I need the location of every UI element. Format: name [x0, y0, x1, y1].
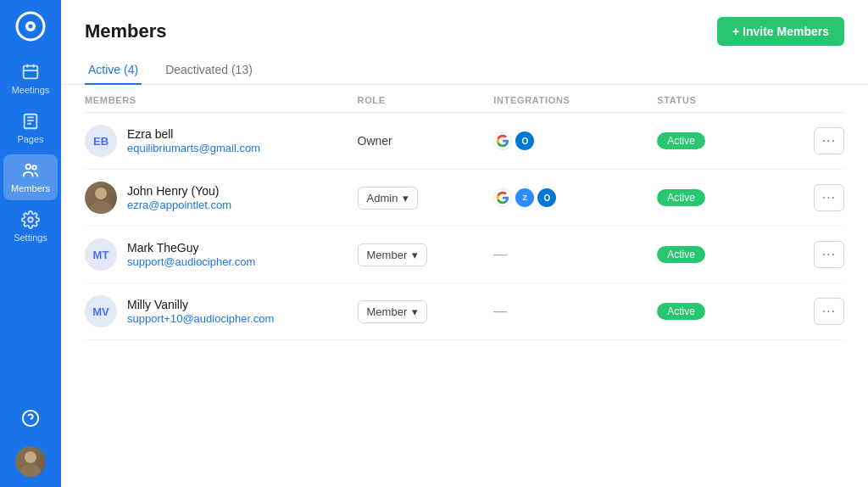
- integrations-cell-mark: —: [493, 247, 657, 262]
- tabs-container: Active (4) Deactivated (13): [61, 56, 868, 85]
- svg-point-2: [29, 25, 33, 29]
- actions-cell-milly: ···: [793, 298, 844, 325]
- role-cell-ezra: Owner: [358, 134, 494, 148]
- integrations-cell-milly: —: [493, 304, 657, 319]
- member-role-dropdown-mark[interactable]: Member ▾: [358, 244, 428, 266]
- sidebar-item-pages[interactable]: Pages: [3, 105, 58, 151]
- members-icon: [21, 161, 40, 180]
- svg-point-7: [28, 217, 33, 222]
- sidebar: Meetings Pages Members Settings: [0, 0, 61, 487]
- admin-role-label: Admin: [367, 192, 398, 204]
- more-button-mark[interactable]: ···: [814, 241, 844, 268]
- status-cell-mark: Active: [657, 246, 793, 263]
- avatar-mark: MT: [85, 238, 117, 271]
- member-cell-john: John Henry (You) ezra@appointlet.com: [85, 182, 358, 214]
- table-row: MT Mark TheGuy support@audiocipher.com M…: [85, 227, 844, 283]
- members-table: MEMBERS ROLE INTEGRATIONS STATUS EB Ezra…: [61, 85, 868, 487]
- admin-role-dropdown[interactable]: Admin ▾: [358, 187, 419, 210]
- pages-label: Pages: [17, 134, 43, 144]
- svg-point-12: [90, 201, 112, 214]
- status-badge-milly: Active: [657, 303, 705, 320]
- col-header-actions: [793, 95, 844, 105]
- status-cell-milly: Active: [657, 303, 793, 320]
- sidebar-bottom: [3, 402, 58, 477]
- col-header-members: MEMBERS: [85, 95, 358, 105]
- sidebar-item-meetings[interactable]: Meetings: [3, 56, 58, 102]
- member-role-dropdown-milly[interactable]: Member ▾: [358, 300, 428, 323]
- dropdown-arrow-icon: ▾: [412, 305, 418, 318]
- role-cell-milly: Member ▾: [358, 300, 494, 323]
- member-info-ezra: Ezra bell equilibriumarts@gmail.com: [127, 127, 260, 154]
- avatar-initials: MT: [93, 249, 109, 261]
- app-logo[interactable]: [14, 10, 47, 42]
- avatar-initials: EB: [93, 135, 108, 148]
- member-email-ezra[interactable]: equilibriumarts@gmail.com: [127, 142, 260, 154]
- role-cell-john: Admin ▾: [358, 187, 494, 210]
- svg-rect-3: [24, 66, 38, 79]
- col-header-role: ROLE: [358, 95, 494, 105]
- avatar-initials: MV: [92, 305, 109, 318]
- members-label: Members: [11, 183, 50, 193]
- member-role-label: Member: [367, 249, 408, 261]
- page-title: Members: [85, 20, 167, 42]
- more-button-milly[interactable]: ···: [814, 298, 844, 325]
- member-info-john: John Henry (You) ezra@appointlet.com: [127, 184, 231, 211]
- settings-icon: [21, 210, 40, 229]
- avatar-john: [85, 182, 117, 214]
- actions-cell-john: ···: [793, 184, 844, 211]
- role-cell-mark: Member ▾: [358, 244, 494, 266]
- table-row: John Henry (You) ezra@appointlet.com Adm…: [85, 170, 844, 227]
- more-button-john[interactable]: ···: [814, 184, 844, 211]
- status-badge-john: Active: [657, 189, 705, 206]
- avatar-ezra: EB: [85, 125, 117, 157]
- google-integration-icon: [493, 132, 512, 150]
- meetings-label: Meetings: [12, 85, 50, 95]
- member-name-milly: Milly Vanilly: [127, 298, 274, 311]
- page-header: Members + Invite Members: [61, 0, 868, 56]
- status-cell-ezra: Active: [657, 132, 793, 149]
- table-row: EB Ezra bell equilibriumarts@gmail.com O…: [85, 113, 844, 170]
- member-cell-milly: MV Milly Vanilly support+10@audiocipher.…: [85, 295, 358, 327]
- dropdown-arrow-icon: ▾: [412, 249, 418, 261]
- invite-members-button[interactable]: + Invite Members: [717, 17, 844, 46]
- member-info-mark: Mark TheGuy support@audiocipher.com: [127, 241, 255, 268]
- svg-point-11: [95, 188, 107, 199]
- member-cell-mark: MT Mark TheGuy support@audiocipher.com: [85, 238, 358, 271]
- svg-point-5: [26, 165, 31, 170]
- member-role-label: Member: [367, 305, 408, 318]
- user-avatar[interactable]: [15, 446, 46, 477]
- status-badge-mark: Active: [657, 246, 705, 263]
- tab-deactivated[interactable]: Deactivated (13): [162, 56, 256, 85]
- meetings-icon: [21, 63, 40, 81]
- member-info-milly: Milly Vanilly support+10@audiocipher.com: [127, 298, 274, 325]
- member-name-john: John Henry (You): [127, 184, 231, 198]
- actions-cell-ezra: ···: [793, 127, 844, 154]
- member-email-milly[interactable]: support+10@audiocipher.com: [127, 312, 274, 325]
- google-integration-icon: [493, 188, 512, 207]
- zoom-integration-icon: Z: [515, 188, 534, 207]
- sidebar-item-members[interactable]: Members: [3, 154, 58, 200]
- actions-cell-mark: ···: [793, 241, 844, 268]
- status-badge-ezra: Active: [657, 132, 705, 149]
- status-cell-john: Active: [657, 189, 793, 206]
- help-icon: [21, 409, 40, 428]
- avatar-milly: MV: [85, 295, 117, 327]
- help-button[interactable]: [3, 402, 58, 434]
- main-content: Members + Invite Members Active (4) Deac…: [61, 0, 868, 487]
- table-header: MEMBERS ROLE INTEGRATIONS STATUS: [85, 85, 844, 113]
- pages-icon: [21, 112, 40, 131]
- svg-point-6: [32, 165, 36, 170]
- integrations-cell-john: Z O: [493, 188, 657, 207]
- outlook-integration-icon: O: [515, 132, 534, 150]
- col-header-status: STATUS: [657, 95, 793, 105]
- member-cell-ezra: EB Ezra bell equilibriumarts@gmail.com: [85, 125, 358, 157]
- avatar-john-image: [85, 182, 117, 214]
- member-email-john[interactable]: ezra@appointlet.com: [127, 199, 231, 211]
- member-name-ezra: Ezra bell: [127, 127, 260, 141]
- sidebar-item-settings[interactable]: Settings: [3, 204, 58, 249]
- col-header-integrations: INTEGRATIONS: [493, 95, 657, 105]
- more-button-ezra[interactable]: ···: [814, 127, 844, 154]
- member-email-mark[interactable]: support@audiocipher.com: [127, 255, 255, 268]
- tab-active[interactable]: Active (4): [85, 56, 142, 85]
- settings-label: Settings: [14, 232, 47, 243]
